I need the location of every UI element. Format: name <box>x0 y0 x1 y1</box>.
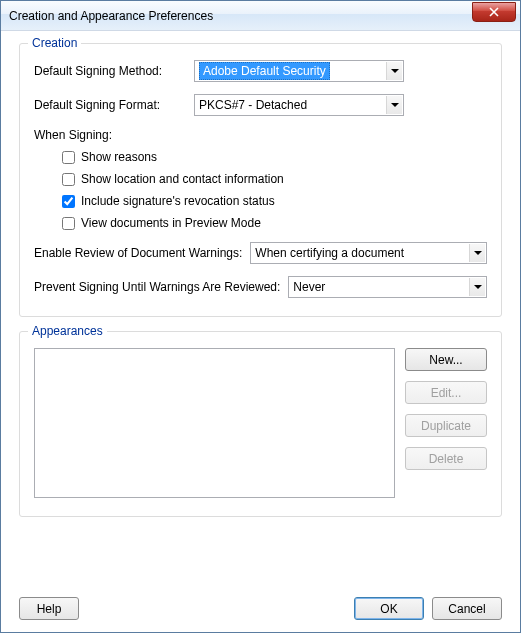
duplicate-button: Duplicate <box>405 414 487 437</box>
chevron-down-icon <box>469 278 485 296</box>
include-revocation-checkbox[interactable] <box>62 195 75 208</box>
show-location-label: Show location and contact information <box>81 172 284 186</box>
signing-method-value: Adobe Default Security <box>199 62 330 80</box>
delete-button: Delete <box>405 447 487 470</box>
dialog-window: Creation and Appearance Preferences Crea… <box>0 0 521 633</box>
prevent-signing-label: Prevent Signing Until Warnings Are Revie… <box>34 280 280 294</box>
close-button[interactable] <box>472 2 516 22</box>
titlebar: Creation and Appearance Preferences <box>1 1 520 31</box>
review-warnings-dropdown[interactable]: When certifying a document <box>250 242 487 264</box>
chevron-down-icon <box>386 96 402 114</box>
review-warnings-value: When certifying a document <box>255 246 404 260</box>
review-warnings-label: Enable Review of Document Warnings: <box>34 246 242 260</box>
signing-format-value: PKCS#7 - Detached <box>199 98 307 112</box>
signing-method-dropdown[interactable]: Adobe Default Security <box>194 60 404 82</box>
show-reasons-label: Show reasons <box>81 150 157 164</box>
ok-button[interactable]: OK <box>354 597 424 620</box>
prevent-signing-value: Never <box>293 280 325 294</box>
close-icon <box>489 7 499 17</box>
window-title: Creation and Appearance Preferences <box>9 9 472 23</box>
when-signing-label: When Signing: <box>34 128 487 142</box>
content-area: Creation Default Signing Method: Adobe D… <box>1 31 520 632</box>
chevron-down-icon <box>469 244 485 262</box>
preview-mode-label: View documents in Preview Mode <box>81 216 261 230</box>
signing-format-dropdown[interactable]: PKCS#7 - Detached <box>194 94 404 116</box>
creation-group-title: Creation <box>28 36 81 50</box>
help-button[interactable]: Help <box>19 597 79 620</box>
prevent-signing-dropdown[interactable]: Never <box>288 276 487 298</box>
show-location-checkbox[interactable] <box>62 173 75 186</box>
new-button[interactable]: New... <box>405 348 487 371</box>
signing-format-label: Default Signing Format: <box>34 98 194 112</box>
appearances-buttons: New... Edit... Duplicate Delete <box>405 348 487 498</box>
appearances-group-title: Appearances <box>28 324 107 338</box>
creation-group: Creation Default Signing Method: Adobe D… <box>19 43 502 317</box>
show-reasons-checkbox[interactable] <box>62 151 75 164</box>
cancel-button[interactable]: Cancel <box>432 597 502 620</box>
appearances-listbox[interactable] <box>34 348 395 498</box>
chevron-down-icon <box>386 62 402 80</box>
dialog-footer: Help OK Cancel <box>19 597 502 620</box>
include-revocation-label: Include signature's revocation status <box>81 194 275 208</box>
edit-button: Edit... <box>405 381 487 404</box>
signing-method-label: Default Signing Method: <box>34 64 194 78</box>
appearances-group: Appearances New... Edit... Duplicate Del… <box>19 331 502 517</box>
preview-mode-checkbox[interactable] <box>62 217 75 230</box>
